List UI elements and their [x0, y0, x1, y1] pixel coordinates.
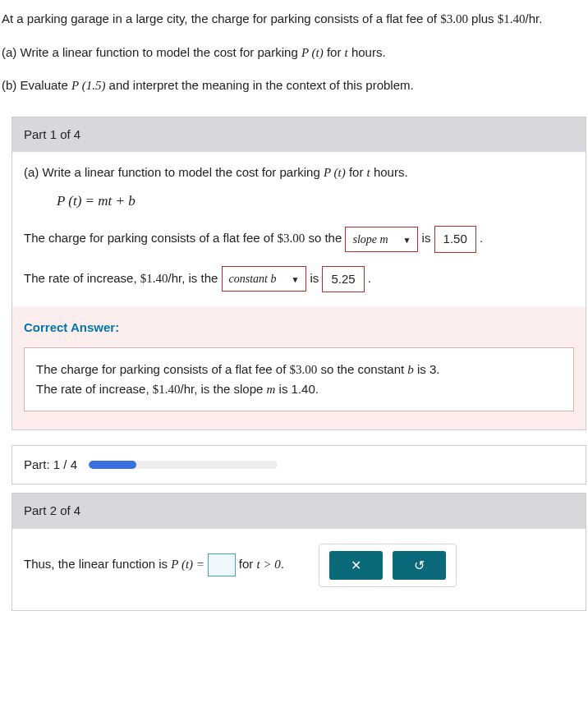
part-2-header: Part 2 of 4 [12, 494, 586, 529]
equation: P (t) = mt + b [57, 191, 574, 212]
intro-text-3: /hr. [526, 11, 543, 25]
action-bar: ✕ ↺ [319, 544, 457, 587]
clear-button[interactable]: ✕ [329, 551, 383, 580]
part1-question-restate: (a) Write a linear function to model the… [24, 163, 574, 182]
part-2-panel: Part 2 of 4 Thus, the linear function is… [11, 493, 586, 611]
flat-fee: $3.00 [440, 12, 468, 25]
problem-intro: At a parking garage in a large city, the… [2, 10, 586, 29]
intro-text-1: At a parking garage in a large city, the… [2, 11, 440, 25]
part2-prompt: Thus, the linear function is P (t) = for… [24, 553, 284, 576]
dropdown-slope-intercept-1[interactable]: slope m ▼ [345, 227, 418, 252]
chevron-down-icon: ▼ [291, 273, 299, 286]
value-input-2[interactable]: 5.25 [322, 266, 364, 293]
part-1-panel: Part 1 of 4 (a) Write a linear function … [11, 117, 586, 430]
question-a: (a) Write a linear function to model the… [2, 44, 586, 62]
question-b: (b) Evaluate P (1.5) and interpret the m… [2, 76, 586, 95]
chevron-down-icon: ▼ [403, 234, 411, 246]
part-1-header: Part 1 of 4 [12, 117, 586, 153]
answer-row-2: The rate of increase, $1.40/hr, is the c… [24, 266, 574, 293]
intro-text-2: plus [468, 11, 498, 25]
close-icon: ✕ [351, 558, 361, 572]
progress-bar [89, 461, 278, 469]
rate: $1.40 [498, 12, 526, 25]
value-input-1[interactable]: 1.50 [434, 226, 476, 253]
correct-answer-label: Correct Answer: [24, 319, 574, 338]
reset-button[interactable]: ↺ [393, 551, 446, 580]
progress-panel: Part: 1 / 4 [11, 445, 586, 485]
correct-answer-region: Correct Answer: The charge for parking c… [12, 307, 586, 429]
correct-answer-box: The charge for parking consists of a fla… [24, 347, 574, 411]
linear-function-input[interactable] [208, 553, 236, 576]
progress-fill [89, 461, 136, 469]
answer-row-1: The charge for parking consists of a fla… [24, 226, 574, 253]
dropdown-slope-intercept-2[interactable]: constant b ▼ [222, 266, 307, 292]
undo-icon: ↺ [414, 558, 425, 572]
progress-label: Part: 1 / 4 [24, 456, 77, 475]
